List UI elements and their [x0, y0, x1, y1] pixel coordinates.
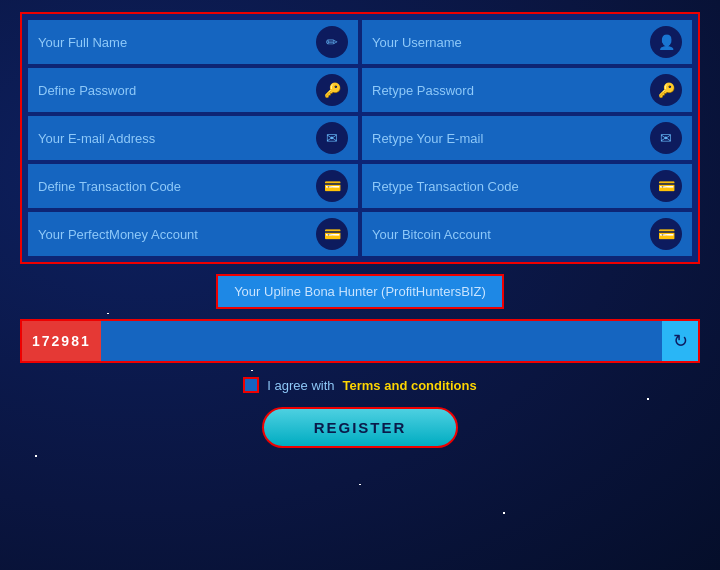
- btc-icon: 💳: [650, 218, 682, 250]
- register-button[interactable]: REGISTER: [262, 407, 459, 448]
- perfectmoney-input[interactable]: [38, 227, 308, 242]
- key-icon-right: 🔑: [650, 74, 682, 106]
- terms-link[interactable]: Terms and conditions: [343, 378, 477, 393]
- email-input[interactable]: [38, 131, 308, 146]
- bitcoin-field[interactable]: 💳: [362, 212, 692, 256]
- full-name-input[interactable]: [38, 35, 308, 50]
- define-password-field[interactable]: 🔑: [28, 68, 358, 112]
- define-password-input[interactable]: [38, 83, 308, 98]
- main-container: ✏ 👤 🔑 🔑 ✉ ✉: [20, 12, 700, 448]
- retype-transaction-input[interactable]: [372, 179, 642, 194]
- mail-icon-left: ✉: [316, 122, 348, 154]
- username-field[interactable]: 👤: [362, 20, 692, 64]
- form-grid-wrapper: ✏ 👤 🔑 🔑 ✉ ✉: [20, 12, 700, 264]
- captcha-code: 172981: [22, 321, 101, 361]
- retype-email-field[interactable]: ✉: [362, 116, 692, 160]
- upline-field: Your Upline Bona Hunter (ProfitHuntersBI…: [216, 274, 504, 309]
- mail-icon-right: ✉: [650, 122, 682, 154]
- captcha-wrapper: 172981 ↻: [20, 319, 700, 363]
- pm-icon: 💳: [316, 218, 348, 250]
- retype-password-field[interactable]: 🔑: [362, 68, 692, 112]
- upline-label: Your Upline Bona Hunter (ProfitHuntersBI…: [234, 284, 486, 299]
- email-field[interactable]: ✉: [28, 116, 358, 160]
- card-icon-left: 💳: [316, 170, 348, 202]
- card-icon-right: 💳: [650, 170, 682, 202]
- retype-transaction-field[interactable]: 💳: [362, 164, 692, 208]
- captcha-input[interactable]: [101, 321, 662, 361]
- register-wrapper: REGISTER: [20, 407, 700, 448]
- full-name-field[interactable]: ✏: [28, 20, 358, 64]
- terms-row: I agree with Terms and conditions: [20, 377, 700, 393]
- retype-password-input[interactable]: [372, 83, 642, 98]
- terms-checkbox[interactable]: [243, 377, 259, 393]
- edit-icon: ✏: [316, 26, 348, 58]
- perfectmoney-field[interactable]: 💳: [28, 212, 358, 256]
- form-grid: ✏ 👤 🔑 🔑 ✉ ✉: [28, 20, 692, 256]
- username-input[interactable]: [372, 35, 642, 50]
- terms-text: I agree with: [267, 378, 334, 393]
- captcha-refresh-button[interactable]: ↻: [662, 321, 698, 361]
- user-icon: 👤: [650, 26, 682, 58]
- transaction-code-input[interactable]: [38, 179, 308, 194]
- retype-email-input[interactable]: [372, 131, 642, 146]
- transaction-code-field[interactable]: 💳: [28, 164, 358, 208]
- bitcoin-input[interactable]: [372, 227, 642, 242]
- upline-wrapper: Your Upline Bona Hunter (ProfitHuntersBI…: [20, 274, 700, 309]
- key-icon-left: 🔑: [316, 74, 348, 106]
